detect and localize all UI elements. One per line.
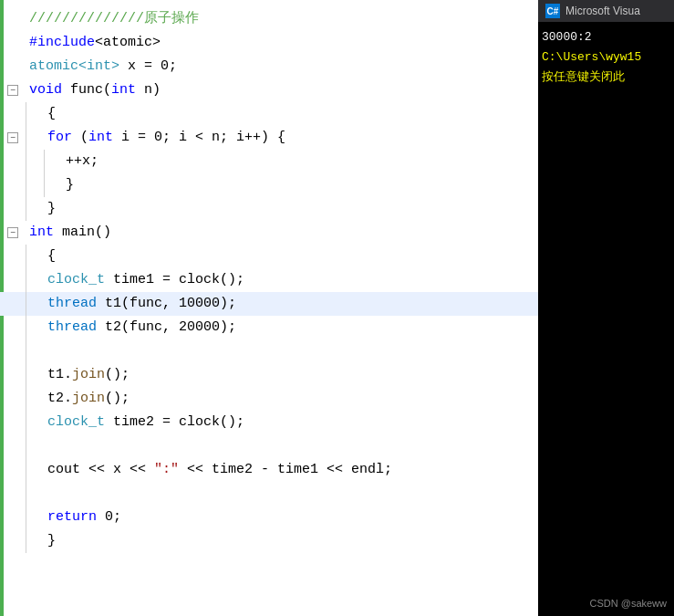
terminal-title: Microsoft Visua: [565, 5, 640, 17]
code-token: t2.: [47, 391, 72, 406]
gutter: −: [0, 227, 26, 238]
code-token: n): [136, 82, 161, 98]
code-tokens: clock_t time1 = clock();: [44, 268, 244, 292]
code-line: [0, 339, 538, 363]
code-token: void: [29, 82, 62, 98]
code-tokens: thread t2(func, 20000);: [44, 316, 236, 339]
code-tokens: }: [44, 529, 56, 553]
line-content: }: [26, 529, 538, 553]
code-token: {: [47, 106, 56, 121]
line-content: }: [26, 197, 538, 221]
terminal-line: C:\Users\wyw15: [542, 47, 670, 68]
terminal-icon: C#: [545, 4, 560, 18]
code-token: ();: [105, 367, 130, 382]
code-tokens: for (int i = 0; i < n; i++) {: [44, 126, 285, 150]
line-content: thread t1(func, 10000);: [26, 292, 538, 316]
terminal-panel: C# Microsoft Visua 30000:2C:\Users\wyw15…: [538, 0, 674, 616]
terminal-header: C# Microsoft Visua: [538, 0, 674, 22]
code-line: {: [0, 245, 538, 268]
code-token: }: [66, 177, 74, 193]
indent-guide: [26, 197, 44, 221]
code-line: [0, 482, 538, 506]
code-tokens: t2.join();: [44, 387, 130, 411]
code-line: −for (int i = 0; i < n; i++) {: [0, 126, 538, 150]
code-token: thread: [47, 296, 97, 311]
indent-guide: [26, 339, 44, 363]
indent-guide: [44, 173, 62, 197]
code-editor: //////////////原子操作#include<atomic>atomic…: [0, 0, 538, 616]
code-token: ();: [105, 391, 130, 406]
indent-guide: [44, 150, 62, 173]
line-content: t2.join();: [26, 387, 538, 411]
code-token: func(: [62, 82, 111, 98]
code-line: }: [0, 173, 538, 197]
line-content: {: [26, 102, 538, 126]
code-token: return: [47, 509, 97, 525]
code-token: t2(func, 20000);: [97, 319, 236, 335]
line-content: [26, 482, 538, 506]
code-token: ++x;: [66, 153, 99, 169]
code-tokens: atomic<int> x = 0;: [26, 55, 177, 78]
indent-guide: [26, 458, 44, 482]
code-token: clock_t: [47, 414, 105, 430]
line-content: [26, 434, 538, 458]
code-token: //////////////原子操作: [29, 11, 199, 26]
collapse-button[interactable]: −: [7, 227, 18, 238]
line-content: //////////////原子操作: [26, 7, 538, 31]
collapse-button[interactable]: −: [7, 85, 18, 96]
indent-guide: [26, 268, 44, 292]
code-tokens: }: [62, 173, 74, 197]
code-line: {: [0, 102, 538, 126]
line-content: [26, 339, 538, 363]
code-token: {: [47, 248, 56, 264]
code-token: join: [72, 391, 105, 406]
code-tokens: #include<atomic>: [26, 31, 161, 55]
code-tokens: t1.join();: [44, 363, 130, 387]
indent-guide: [26, 126, 44, 150]
gutter: −: [0, 85, 26, 96]
terminal-line: 30000:2: [542, 27, 670, 47]
gutter: −: [0, 132, 26, 143]
code-line: #include<atomic>: [0, 31, 538, 55]
terminal-footer: CSDN @sakeww: [589, 598, 667, 609]
code-token: }: [47, 533, 56, 548]
indent-guide: [26, 411, 44, 434]
code-tokens: {: [44, 102, 56, 126]
line-content: {: [26, 245, 538, 268]
code-line: atomic<int> x = 0;: [0, 55, 538, 78]
line-content: clock_t time1 = clock();: [26, 268, 538, 292]
code-line: }: [0, 529, 538, 553]
terminal-body: 30000:2C:\Users\wyw15按任意键关闭此: [538, 22, 674, 93]
code-token: x = 0;: [119, 58, 177, 74]
code-line: cout << x << ":" << time2 - time1 << end…: [0, 458, 538, 482]
code-token: t1(func, 10000);: [97, 296, 236, 311]
code-line: clock_t time2 = clock();: [0, 411, 538, 434]
line-content: thread t2(func, 20000);: [26, 316, 538, 339]
code-line: −void func(int n): [0, 78, 538, 102]
code-token: int: [111, 82, 136, 98]
code-token: main(): [54, 224, 111, 240]
line-content: cout << x << ":" << time2 - time1 << end…: [26, 458, 538, 482]
code-tokens: {: [44, 245, 56, 268]
indent-guide: [26, 245, 44, 268]
line-content: void func(int n): [26, 78, 538, 102]
indent-guide: [26, 102, 44, 126]
collapse-button[interactable]: −: [7, 132, 18, 143]
code-line: thread t1(func, 10000);: [0, 292, 538, 316]
code-token: << time2 - time1 << endl;: [179, 462, 392, 477]
indent-guide: [26, 316, 44, 339]
indent-guide: [26, 150, 44, 173]
code-line: [0, 434, 538, 458]
code-token: int: [88, 130, 113, 145]
code-line: t2.join();: [0, 387, 538, 411]
code-tokens: }: [44, 197, 56, 221]
code-token: 0;: [97, 509, 121, 525]
line-content: int main(): [26, 221, 538, 245]
code-line: −int main(): [0, 221, 538, 245]
code-tokens: cout << x << ":" << time2 - time1 << end…: [44, 458, 392, 482]
code-token: t1.: [47, 367, 72, 382]
code-tokens: clock_t time2 = clock();: [44, 411, 244, 434]
code-token: clock_t: [47, 272, 105, 287]
code-line: //////////////原子操作: [0, 7, 538, 31]
code-area: //////////////原子操作#include<atomic>atomic…: [0, 0, 538, 560]
